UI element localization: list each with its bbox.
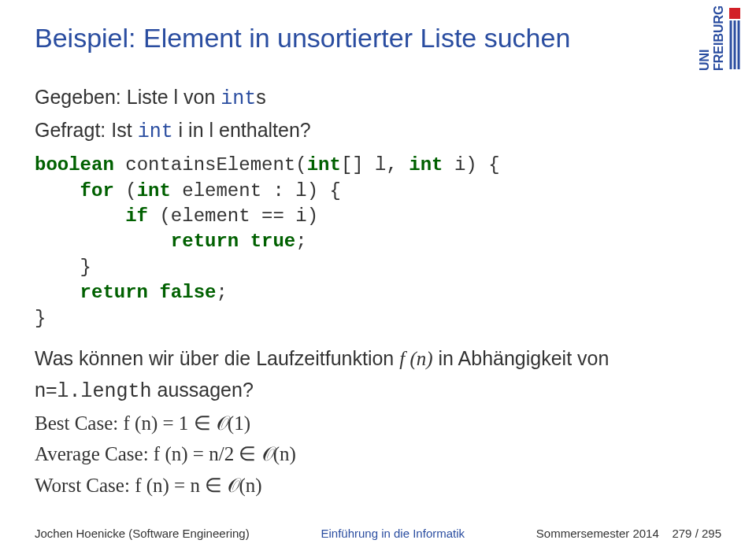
logo-text-uni: UNI (698, 49, 711, 71)
code-kw-boolean: boolean (35, 154, 114, 176)
given-type: int (220, 87, 256, 110)
asked-prefix: Ist (111, 119, 137, 141)
code-param1: [] l, (341, 154, 409, 176)
best-case: Best Case: f (n) = 1 ∈ 𝒪(1) (35, 410, 721, 437)
code-kw-int3: int (137, 180, 171, 202)
footer-term: Sommersemester 2014 (536, 527, 659, 540)
code-fn-name: containsElement( (114, 154, 307, 176)
code-kw-return2: return (80, 282, 148, 303)
code-brace-close1: } (35, 257, 91, 278)
footer-page: 279 / 295 (672, 527, 721, 540)
question-block: Was können wir über die Laufzeitfunktion… (35, 346, 721, 405)
given-line: Gegeben: Liste l von ints (35, 84, 721, 113)
question-post: aussagen? (152, 379, 254, 401)
code-for-rest: element : l) { (171, 180, 341, 202)
code-true: true (250, 231, 296, 252)
question-pre: Was können wir über die Laufzeitfunktion (35, 347, 399, 369)
code-param2: i) { (443, 154, 500, 176)
worst-case: Worst Case: f (n) = n ∈ 𝒪(n) (35, 472, 721, 499)
given-suffix: s (256, 86, 266, 108)
logo-accent-square (729, 8, 740, 19)
slide-title: Beispiel: Element in unsortierter Liste … (35, 22, 721, 54)
code-kw-int1: int (307, 154, 341, 176)
question-line1: Was können wir über die Laufzeitfunktion… (35, 346, 721, 372)
code-if-rest: (element == i) (148, 205, 318, 227)
code-brace-close2: } (35, 308, 46, 329)
logo-text-freiburg: FREIBURG (712, 6, 725, 71)
complexity-cases: Best Case: f (n) = 1 ∈ 𝒪(1) Average Case… (35, 410, 721, 499)
question-line2: n=l.length aussagen? (35, 377, 721, 405)
given-label: Gegeben: (35, 86, 121, 108)
asked-label: Gefragt: (35, 119, 106, 141)
asked-rest: i in l enthalten? (173, 119, 311, 141)
asked-type: int (138, 120, 173, 143)
code-kw-for: for (80, 180, 114, 202)
code-for-open: ( (114, 180, 137, 202)
code-kw-return1: return (171, 231, 239, 252)
footer-right: Sommersemester 2014 279 / 295 (536, 527, 721, 540)
code-kw-int2: int (409, 154, 443, 176)
question-fn: f (n) (399, 348, 432, 369)
asked-line: Gefragt: Ist int i in l enthalten? (35, 117, 721, 146)
code-kw-if: if (125, 205, 148, 227)
avg-case: Average Case: f (n) = n/2 ∈ 𝒪(n) (35, 441, 721, 468)
footer-author: Jochen Hoenicke (Software Engineering) (35, 527, 250, 540)
slide-footer: Jochen Hoenicke (Software Engineering) E… (0, 527, 756, 540)
code-block: boolean containsElement(int[] l, int i) … (35, 153, 721, 331)
given-prefix: Liste l von (127, 86, 221, 108)
question-llength: l.length (57, 380, 152, 403)
question-mid: in Abhängigkeit von (433, 347, 610, 369)
slide-body: Gegeben: Liste l von ints Gefragt: Ist i… (35, 84, 721, 499)
slide: UNI FREIBURG Beispiel: Element in unsort… (0, 0, 756, 551)
code-false: false (159, 282, 216, 303)
footer-course: Einführung in die Informatik (250, 527, 536, 540)
uni-freiburg-logo: UNI FREIBURG (695, 6, 743, 71)
question-n-eq: n= (35, 379, 57, 401)
